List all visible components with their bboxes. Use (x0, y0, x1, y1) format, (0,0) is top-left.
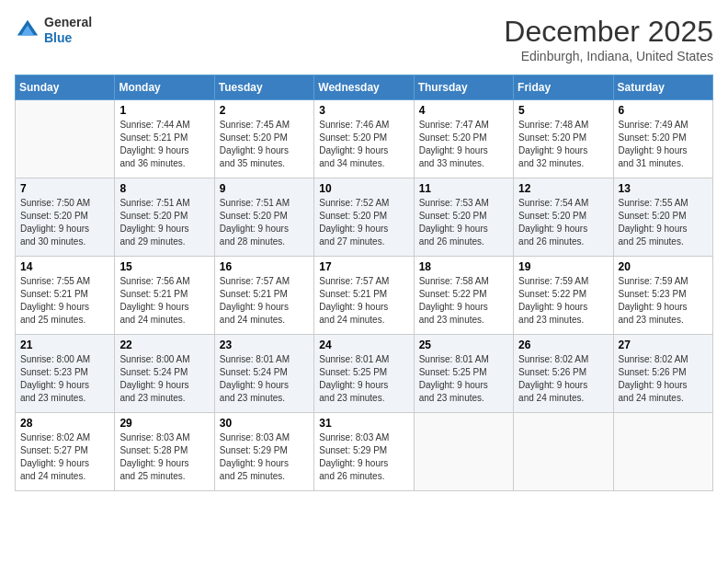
day-info: Sunrise: 7:51 AM Sunset: 5:20 PM Dayligh… (220, 197, 309, 248)
calendar-body: 1Sunrise: 7:44 AM Sunset: 5:21 PM Daylig… (16, 100, 713, 491)
table-row: 15Sunrise: 7:56 AM Sunset: 5:21 PM Dayli… (115, 257, 214, 335)
logo-blue-text: Blue (44, 30, 92, 46)
header-wednesday: Wednesday (314, 75, 414, 100)
calendar-header-row: SundayMondayTuesdayWednesdayThursdayFrid… (16, 75, 713, 100)
logo-general-text: General (44, 15, 92, 30)
table-row: 3Sunrise: 7:46 AM Sunset: 5:20 PM Daylig… (314, 100, 414, 178)
month-title: December 2025 (504, 15, 713, 49)
table-row: 24Sunrise: 8:01 AM Sunset: 5:25 PM Dayli… (314, 335, 414, 413)
day-info: Sunrise: 7:54 AM Sunset: 5:20 PM Dayligh… (518, 197, 608, 248)
day-number: 31 (319, 417, 408, 430)
day-number: 15 (119, 260, 209, 273)
day-number: 19 (518, 260, 608, 273)
day-number: 11 (419, 182, 508, 195)
calendar-week-5: 28Sunrise: 8:02 AM Sunset: 5:27 PM Dayli… (16, 413, 713, 491)
day-number: 13 (619, 182, 708, 195)
header-tuesday: Tuesday (214, 75, 313, 100)
day-number: 5 (518, 104, 608, 117)
day-number: 26 (518, 339, 608, 351)
day-info: Sunrise: 7:52 AM Sunset: 5:20 PM Dayligh… (319, 197, 408, 248)
table-row (16, 100, 115, 178)
table-row: 26Sunrise: 8:02 AM Sunset: 5:26 PM Dayli… (514, 335, 613, 413)
day-number: 16 (220, 260, 309, 273)
day-number: 30 (220, 417, 309, 430)
table-row: 11Sunrise: 7:53 AM Sunset: 5:20 PM Dayli… (414, 178, 513, 257)
table-row: 9Sunrise: 7:51 AM Sunset: 5:20 PM Daylig… (214, 178, 313, 257)
day-number: 7 (20, 182, 109, 195)
day-number: 21 (20, 339, 109, 351)
day-info: Sunrise: 8:02 AM Sunset: 5:27 PM Dayligh… (20, 431, 109, 483)
calendar-week-1: 1Sunrise: 7:44 AM Sunset: 5:21 PM Daylig… (16, 100, 713, 178)
day-info: Sunrise: 8:02 AM Sunset: 5:26 PM Dayligh… (518, 353, 608, 405)
day-info: Sunrise: 7:51 AM Sunset: 5:20 PM Dayligh… (119, 197, 209, 248)
day-number: 17 (319, 260, 408, 273)
table-row: 5Sunrise: 7:48 AM Sunset: 5:20 PM Daylig… (514, 100, 613, 178)
day-number: 4 (419, 104, 508, 117)
day-info: Sunrise: 7:58 AM Sunset: 5:22 PM Dayligh… (419, 275, 508, 327)
table-row: 6Sunrise: 7:49 AM Sunset: 5:20 PM Daylig… (613, 100, 712, 178)
table-row (414, 413, 513, 491)
table-row (514, 413, 613, 491)
table-row: 16Sunrise: 7:57 AM Sunset: 5:21 PM Dayli… (214, 257, 313, 335)
day-info: Sunrise: 8:01 AM Sunset: 5:25 PM Dayligh… (319, 353, 408, 405)
day-number: 6 (619, 104, 708, 117)
table-row: 1Sunrise: 7:44 AM Sunset: 5:21 PM Daylig… (115, 100, 214, 178)
table-row: 29Sunrise: 8:03 AM Sunset: 5:28 PM Dayli… (115, 413, 214, 491)
table-row: 7Sunrise: 7:50 AM Sunset: 5:20 PM Daylig… (16, 178, 115, 257)
title-block: December 2025 Edinburgh, Indiana, United… (504, 15, 713, 63)
table-row: 4Sunrise: 7:47 AM Sunset: 5:20 PM Daylig… (414, 100, 513, 178)
table-row: 30Sunrise: 8:03 AM Sunset: 5:29 PM Dayli… (214, 413, 313, 491)
day-number: 22 (119, 339, 209, 351)
day-info: Sunrise: 8:00 AM Sunset: 5:24 PM Dayligh… (119, 353, 209, 405)
table-row: 27Sunrise: 8:02 AM Sunset: 5:26 PM Dayli… (613, 335, 712, 413)
calendar-table: SundayMondayTuesdayWednesdayThursdayFrid… (15, 75, 713, 491)
day-info: Sunrise: 7:50 AM Sunset: 5:20 PM Dayligh… (20, 197, 109, 248)
day-info: Sunrise: 7:53 AM Sunset: 5:20 PM Dayligh… (419, 197, 508, 248)
table-row: 20Sunrise: 7:59 AM Sunset: 5:23 PM Dayli… (613, 257, 712, 335)
day-info: Sunrise: 7:49 AM Sunset: 5:20 PM Dayligh… (619, 119, 708, 170)
day-number: 8 (119, 182, 209, 195)
day-number: 29 (119, 417, 209, 430)
day-number: 27 (619, 339, 708, 351)
day-number: 2 (220, 104, 309, 117)
table-row: 31Sunrise: 8:03 AM Sunset: 5:29 PM Dayli… (314, 413, 414, 491)
day-number: 23 (220, 339, 309, 351)
header-sunday: Sunday (16, 75, 115, 100)
day-number: 20 (619, 260, 708, 273)
table-row (613, 413, 712, 491)
table-row: 18Sunrise: 7:58 AM Sunset: 5:22 PM Dayli… (414, 257, 513, 335)
location: Edinburgh, Indiana, United States (504, 49, 713, 63)
day-info: Sunrise: 8:01 AM Sunset: 5:25 PM Dayligh… (419, 353, 508, 405)
day-info: Sunrise: 7:57 AM Sunset: 5:21 PM Dayligh… (220, 275, 309, 327)
day-info: Sunrise: 7:55 AM Sunset: 5:20 PM Dayligh… (619, 197, 708, 248)
calendar-week-3: 14Sunrise: 7:55 AM Sunset: 5:21 PM Dayli… (16, 257, 713, 335)
day-number: 1 (119, 104, 209, 117)
day-info: Sunrise: 7:56 AM Sunset: 5:21 PM Dayligh… (119, 275, 209, 327)
day-info: Sunrise: 7:44 AM Sunset: 5:21 PM Dayligh… (119, 119, 209, 170)
day-info: Sunrise: 7:48 AM Sunset: 5:20 PM Dayligh… (518, 119, 608, 170)
logo-text: General Blue (44, 15, 92, 46)
page-header: General Blue December 2025 Edinburgh, In… (15, 15, 713, 63)
header-saturday: Saturday (613, 75, 712, 100)
table-row: 21Sunrise: 8:00 AM Sunset: 5:23 PM Dayli… (16, 335, 115, 413)
day-number: 25 (419, 339, 508, 351)
day-info: Sunrise: 7:46 AM Sunset: 5:20 PM Dayligh… (319, 119, 408, 170)
day-info: Sunrise: 8:03 AM Sunset: 5:28 PM Dayligh… (119, 431, 209, 483)
day-number: 14 (20, 260, 109, 273)
day-info: Sunrise: 8:03 AM Sunset: 5:29 PM Dayligh… (220, 431, 309, 483)
day-info: Sunrise: 7:45 AM Sunset: 5:20 PM Dayligh… (220, 119, 309, 170)
table-row: 10Sunrise: 7:52 AM Sunset: 5:20 PM Dayli… (314, 178, 414, 257)
day-number: 12 (518, 182, 608, 195)
day-number: 9 (220, 182, 309, 195)
day-info: Sunrise: 8:00 AM Sunset: 5:23 PM Dayligh… (20, 353, 109, 405)
day-info: Sunrise: 8:03 AM Sunset: 5:29 PM Dayligh… (319, 431, 408, 483)
table-row: 8Sunrise: 7:51 AM Sunset: 5:20 PM Daylig… (115, 178, 214, 257)
table-row: 25Sunrise: 8:01 AM Sunset: 5:25 PM Dayli… (414, 335, 513, 413)
table-row: 28Sunrise: 8:02 AM Sunset: 5:27 PM Dayli… (16, 413, 115, 491)
day-number: 18 (419, 260, 508, 273)
table-row: 14Sunrise: 7:55 AM Sunset: 5:21 PM Dayli… (16, 257, 115, 335)
day-info: Sunrise: 7:55 AM Sunset: 5:21 PM Dayligh… (20, 275, 109, 327)
calendar-week-4: 21Sunrise: 8:00 AM Sunset: 5:23 PM Dayli… (16, 335, 713, 413)
day-info: Sunrise: 7:59 AM Sunset: 5:22 PM Dayligh… (518, 275, 608, 327)
calendar-week-2: 7Sunrise: 7:50 AM Sunset: 5:20 PM Daylig… (16, 178, 713, 257)
